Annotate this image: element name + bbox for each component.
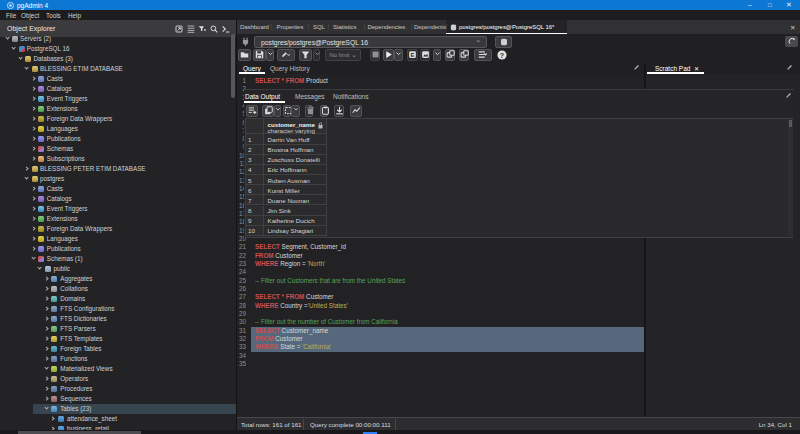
svg-text:E: E — [410, 52, 414, 58]
svg-text:?: ? — [500, 51, 504, 59]
